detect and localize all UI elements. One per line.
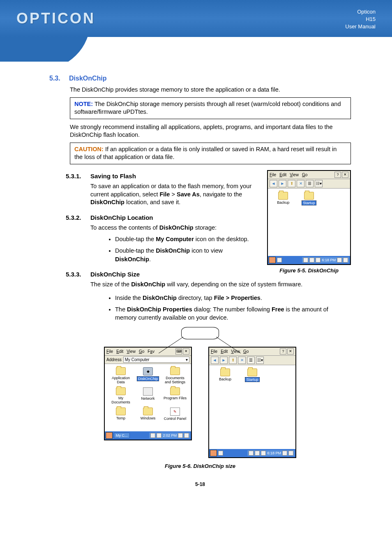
folder-my-documents[interactable]: My Documents <box>108 387 134 404</box>
forward-icon[interactable]: ► <box>220 357 228 364</box>
folder-program-files[interactable]: Program Files <box>162 387 188 404</box>
note-text: The DiskOnChip storage memory persists t… <box>74 101 341 115</box>
close-icon[interactable]: ✕ <box>287 348 294 355</box>
shot-body: Backup Startup <box>209 365 295 449</box>
menu-favorites[interactable]: Fav <box>148 349 154 354</box>
svg-line-0 <box>159 337 183 353</box>
help-icon[interactable]: ? <box>280 348 286 355</box>
tray-icon[interactable] <box>178 433 183 438</box>
s53-p1: The DiskOnChip provides storage memory t… <box>70 86 351 94</box>
folder-temp[interactable]: Temp <box>108 408 134 421</box>
tray-icon[interactable] <box>261 451 266 456</box>
page-number: 5-18 <box>49 481 351 487</box>
list-item: Inside the DiskOnChip directory, tap Fil… <box>115 294 351 302</box>
tray-icon[interactable] <box>249 451 254 456</box>
page-header: OPTICON Opticon H15 User Manual <box>0 0 392 37</box>
shot-toolbar: ◄ ► ⬆ ✕ ☰ ☷▾ <box>209 356 295 365</box>
folder-diskonchip[interactable]: ◆DiskOnChip <box>135 367 161 384</box>
header-curve <box>0 37 392 62</box>
tray-icon[interactable] <box>303 258 308 263</box>
tray: 6:18 PM <box>302 257 349 263</box>
section-5-3-num: 5.3. <box>49 75 65 82</box>
menu-view[interactable]: View <box>127 349 136 354</box>
tray-icon[interactable] <box>343 258 348 263</box>
folder-backup[interactable]: Backup <box>212 368 238 382</box>
back-icon[interactable]: ◄ <box>270 180 277 187</box>
section-5-3-2-title: DiskOnChip Location <box>90 214 153 221</box>
folder-documents-settings[interactable]: Documents and Settings <box>162 367 188 384</box>
taskbar-item[interactable]: My C... <box>114 433 130 438</box>
views-icon[interactable]: ☷▾ <box>256 357 264 364</box>
up-icon[interactable]: ⬆ <box>229 357 237 364</box>
header-doc-info: Opticon H15 User Manual <box>345 8 376 31</box>
start-icon[interactable] <box>269 257 276 263</box>
start-icon[interactable] <box>106 432 113 439</box>
folder-backup[interactable]: Backup <box>271 192 295 205</box>
tray-icon[interactable] <box>184 433 189 438</box>
folder-icon <box>278 192 288 200</box>
section-5-3-1-title: Saving to Flash <box>90 173 136 180</box>
header-doctype: User Manual <box>345 23 376 30</box>
start-icon[interactable] <box>210 450 217 456</box>
menu-edit[interactable]: Edit <box>279 173 286 177</box>
tray-icon[interactable] <box>150 433 155 438</box>
folder-network[interactable]: Network <box>135 387 161 404</box>
disk-icon: ◆ <box>143 367 153 375</box>
callout-lines <box>159 337 241 353</box>
menu-file[interactable]: File <box>270 173 276 177</box>
tray-icon[interactable] <box>218 451 223 456</box>
control-panel-icon: ✎ <box>170 408 180 416</box>
header-company: Opticon <box>345 8 376 16</box>
delete-icon[interactable]: ✕ <box>297 180 304 187</box>
caution-label: CAUTION: <box>74 146 104 152</box>
menu-file[interactable]: File <box>106 349 113 354</box>
shot-toolbar: ◄ ► ⬆ ✕ ☰ ☷▾ <box>268 179 350 189</box>
views-icon[interactable]: ☷▾ <box>315 180 323 187</box>
menu-go[interactable]: Go <box>302 173 307 177</box>
folder-icon <box>143 408 153 415</box>
section-5-3-1-num: 5.3.1. <box>66 173 86 180</box>
delete-icon[interactable]: ✕ <box>238 357 246 364</box>
tray-icon[interactable] <box>309 258 314 263</box>
list-item: The DiskOnChip Properties dialog: The nu… <box>115 305 351 322</box>
tray: 2:02 PM <box>149 433 190 438</box>
folder-control-panel[interactable]: ✎Control Panel <box>162 408 188 421</box>
folder-application-data[interactable]: Application Data <box>108 367 134 384</box>
section-5-3-3-title: DiskOnChip Size <box>90 271 140 278</box>
folder-startup[interactable]: Startup <box>240 368 265 382</box>
forward-icon[interactable]: ► <box>279 180 286 187</box>
menu-view[interactable]: View <box>290 173 299 177</box>
folder-startup[interactable]: Startup <box>297 192 321 205</box>
folder-icon <box>116 408 126 415</box>
properties-icon[interactable]: ☰ <box>306 180 314 187</box>
menu-go[interactable]: Go <box>139 349 144 354</box>
tray-icon[interactable] <box>288 451 293 456</box>
up-icon[interactable]: ⬆ <box>288 180 295 187</box>
tray-icon[interactable] <box>277 258 282 263</box>
tray: 6:18 PM <box>247 450 295 456</box>
clock: 6:18 PM <box>322 258 336 262</box>
back-icon[interactable]: ◄ <box>211 357 219 364</box>
folder-icon <box>220 368 230 376</box>
tray-icon[interactable] <box>337 258 342 263</box>
shot-taskbar: My C... 2:02 PM <box>105 431 191 440</box>
menu-edit[interactable]: Edit <box>116 349 123 354</box>
tray-icon[interactable] <box>282 451 287 456</box>
screenshot-diskonchip: File Edit View Go ? ✕ ◄ ► ⬆ ✕ ☰ ☷▾ <box>267 170 351 265</box>
figure-5-6-caption: Figure 5-6. DiskOnChip size <box>49 463 351 469</box>
header-model: H15 <box>345 16 376 23</box>
s53-p2: We strongly recommend installing all app… <box>70 123 351 139</box>
s533-p: The size of the DiskOnChip will vary, de… <box>90 281 351 289</box>
clock: 6:18 PM <box>267 451 281 455</box>
help-icon[interactable]: ? <box>334 172 341 178</box>
properties-icon[interactable]: ☰ <box>247 357 255 364</box>
shot-taskbar: 6:18 PM <box>209 449 295 457</box>
tray-icon[interactable] <box>255 451 260 456</box>
menu-go[interactable]: Go <box>243 349 249 354</box>
tray-icon[interactable] <box>157 433 161 438</box>
tray-icon[interactable] <box>316 258 321 263</box>
folder-windows[interactable]: Windows <box>135 408 161 421</box>
shot-menubar: File Edit View Go ? ✕ <box>268 171 350 179</box>
address-input[interactable]: My Computer ▾ <box>123 357 189 363</box>
close-icon[interactable]: ✕ <box>342 172 348 178</box>
